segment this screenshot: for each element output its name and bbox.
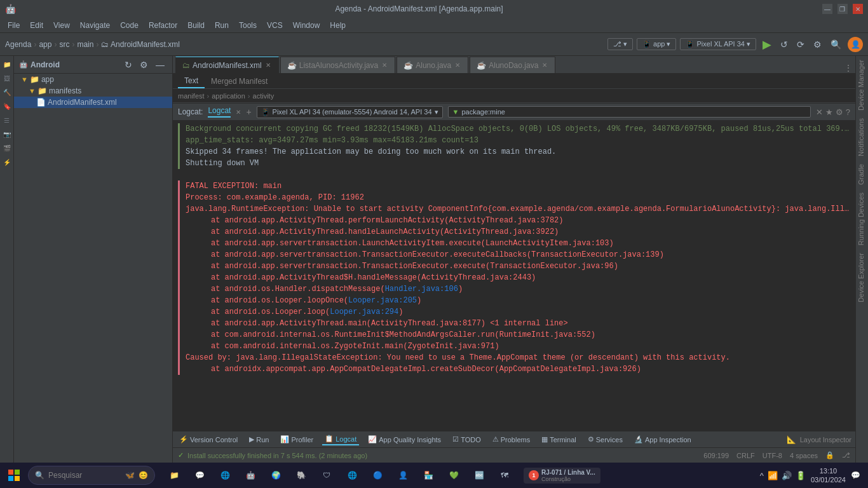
- profiler-tool[interactable]: 📊 Profiler: [278, 434, 316, 445]
- gradle-sidebar[interactable]: Gradle: [856, 160, 868, 189]
- logcat-device-selector[interactable]: 📱 Pixel XL API 34 (emulator-5554) Androi…: [257, 106, 443, 118]
- sidebar-resource-manager-icon[interactable]: 🖼: [1, 72, 13, 84]
- menu-view[interactable]: View: [48, 20, 75, 31]
- status-line-ending[interactable]: CRLF: [736, 452, 755, 459]
- looper-link1[interactable]: Looper.java:205: [348, 296, 417, 305]
- tab-close-androidmanifest[interactable]: ✕: [264, 61, 272, 69]
- app-quality-tool[interactable]: 📈 App Quality Insights: [365, 434, 444, 445]
- taskbar-app-studio[interactable]: 🤖: [239, 464, 262, 487]
- menu-run[interactable]: Run: [210, 20, 234, 31]
- sidebar-build-icon[interactable]: 🔨: [1, 86, 13, 98]
- taskbar-app-edge[interactable]: 🔵: [366, 464, 389, 487]
- more-tabs-button[interactable]: ⋮: [844, 63, 853, 73]
- breadcrumb-application[interactable]: application: [212, 92, 245, 100]
- taskbar-app-php[interactable]: 🐘: [290, 464, 313, 487]
- taskbar-clock[interactable]: 13:10 03/01/2024: [811, 466, 846, 485]
- taskbar-app-teams[interactable]: 💬: [188, 464, 211, 487]
- sync-project-button[interactable]: ↻: [122, 58, 135, 71]
- sub-tab-text[interactable]: Text: [178, 74, 205, 88]
- search-everywhere-button[interactable]: 🔍: [828, 38, 844, 51]
- notifications-sidebar[interactable]: Notifications: [856, 114, 868, 160]
- logcat-add-button[interactable]: +: [246, 107, 251, 117]
- services-tool[interactable]: ⚙ Services: [585, 434, 625, 445]
- windows-start-button[interactable]: [3, 464, 25, 487]
- maximize-button[interactable]: ❐: [837, 4, 848, 14]
- close-button[interactable]: ✕: [853, 4, 863, 14]
- minimize-button[interactable]: —: [822, 4, 832, 14]
- breadcrumb-main[interactable]: main: [77, 40, 93, 49]
- taskbar-app-store[interactable]: 🏪: [417, 464, 440, 487]
- logcat-tab[interactable]: Logcat: [208, 106, 231, 118]
- taskbar-app-chrome-alt[interactable]: 🌐: [214, 464, 236, 487]
- logcat-tool[interactable]: 📋 Logcat: [322, 433, 359, 445]
- app-selector-button[interactable]: 📱 app ▾: [637, 38, 676, 50]
- sub-tab-merged[interactable]: Merged Manifest: [205, 75, 274, 88]
- settings-button[interactable]: ⚙: [811, 38, 824, 51]
- taskbar-wifi-icon[interactable]: 📶: [768, 471, 778, 480]
- layout-inspector-label[interactable]: Layout Inspector: [800, 436, 851, 444]
- terminal-tool[interactable]: ▦ Terminal: [539, 434, 579, 445]
- sidebar-build-variants-icon[interactable]: ⚡: [1, 156, 13, 168]
- status-encoding[interactable]: UTF-8: [763, 452, 782, 459]
- todo-tool[interactable]: ☑ TODO: [450, 434, 484, 445]
- taskbar-volume-icon[interactable]: 🔊: [782, 471, 792, 480]
- device-selector-button[interactable]: 📱 Pixel XL API 34 ▾: [680, 38, 756, 50]
- logcat-filter-input[interactable]: ▼ package:mine: [448, 106, 811, 118]
- git-branch-button[interactable]: ⎇ ▾: [607, 38, 633, 50]
- menu-edit[interactable]: Edit: [25, 20, 48, 31]
- tree-item-manifests[interactable]: ▼ 📁 manifests: [14, 85, 172, 97]
- looper-link2[interactable]: Looper.java:294: [330, 308, 398, 316]
- collapse-button[interactable]: —: [153, 58, 167, 71]
- menu-refactor[interactable]: Refactor: [144, 20, 182, 31]
- taskbar-app-translate[interactable]: 🔤: [468, 464, 491, 487]
- tab-close-aluno[interactable]: ✕: [454, 61, 461, 69]
- menu-navigate[interactable]: Navigate: [75, 20, 115, 31]
- breadcrumb-agenda[interactable]: Agenda: [5, 40, 31, 49]
- taskbar-app-whatsapp[interactable]: 💚: [442, 464, 465, 487]
- device-manager-sidebar[interactable]: Device Manager: [856, 56, 868, 114]
- logcat-scroll-button[interactable]: ★: [825, 107, 833, 117]
- tree-item-androidmanifest[interactable]: 📄 AndroidManifest.xml: [14, 97, 172, 108]
- menu-help[interactable]: Help: [325, 20, 351, 31]
- menu-code[interactable]: Code: [115, 20, 144, 31]
- sidebar-camera-icon[interactable]: 📷: [1, 128, 13, 140]
- taskbar-app-maps[interactable]: 🗺: [493, 464, 516, 487]
- problems-tool[interactable]: ⚠ Problems: [490, 434, 532, 445]
- breadcrumb-activity[interactable]: activity: [253, 92, 275, 100]
- notification-app-item[interactable]: 1 RJ-071 / Linha V... Construção: [524, 468, 600, 484]
- tree-item-app[interactable]: ▼ 📁 app: [14, 74, 172, 85]
- taskbar-search-box[interactable]: 🔍 Pesquisar 🦋 😊: [28, 466, 155, 485]
- refresh-button[interactable]: ↺: [778, 38, 790, 51]
- tab-androidmanifest[interactable]: 🗂 AndroidManifest.xml ✕: [175, 57, 279, 73]
- tab-close-alunodao[interactable]: ✕: [541, 61, 548, 69]
- menu-vcs[interactable]: VCS: [262, 20, 288, 31]
- sidebar-video-icon[interactable]: 🎬: [1, 142, 13, 154]
- version-control-tool[interactable]: ⚡ Version Control: [177, 434, 240, 445]
- taskbar-arrow-icon[interactable]: ^: [760, 471, 764, 480]
- sidebar-bookmarks-icon[interactable]: 🔖: [1, 100, 13, 112]
- breadcrumb-src[interactable]: src: [59, 40, 69, 49]
- tab-aluno[interactable]: ☕ Aluno.java ✕: [397, 57, 468, 73]
- logcat-clear-button[interactable]: ✕: [816, 107, 823, 117]
- taskbar-app-file-explorer[interactable]: 📁: [163, 464, 186, 487]
- status-indent[interactable]: 4 spaces: [790, 452, 818, 459]
- taskbar-app-browser[interactable]: 🌍: [264, 464, 287, 487]
- menu-tools[interactable]: Tools: [234, 20, 262, 31]
- device-explorer-sidebar[interactable]: Device Explorer: [856, 249, 868, 306]
- run-button[interactable]: ▶: [760, 37, 774, 51]
- breadcrumb-file[interactable]: 🗂 AndroidManifest.xml: [101, 40, 179, 49]
- breadcrumb-app[interactable]: app: [39, 40, 51, 49]
- sync-button[interactable]: ⟳: [794, 38, 807, 51]
- menu-window[interactable]: Window: [288, 20, 325, 31]
- logcat-help-button[interactable]: ?: [846, 107, 850, 117]
- running-devices-sidebar[interactable]: Running Devices: [856, 189, 868, 249]
- log-area[interactable]: Background concurrent copying GC freed 1…: [173, 121, 855, 431]
- breadcrumb-manifest[interactable]: manifest: [178, 92, 205, 100]
- filter-button[interactable]: ⚙: [137, 58, 151, 71]
- menu-build[interactable]: Build: [182, 20, 210, 31]
- app-inspection-tool[interactable]: 🔬 App Inspection: [632, 434, 694, 445]
- tab-listaalunos[interactable]: ☕ ListaAlunosActivity.java ✕: [280, 57, 396, 73]
- logcat-tab-close[interactable]: ✕: [236, 109, 241, 116]
- status-position[interactable]: 609:199: [703, 452, 729, 459]
- sidebar-structure-icon[interactable]: ☰: [1, 114, 13, 126]
